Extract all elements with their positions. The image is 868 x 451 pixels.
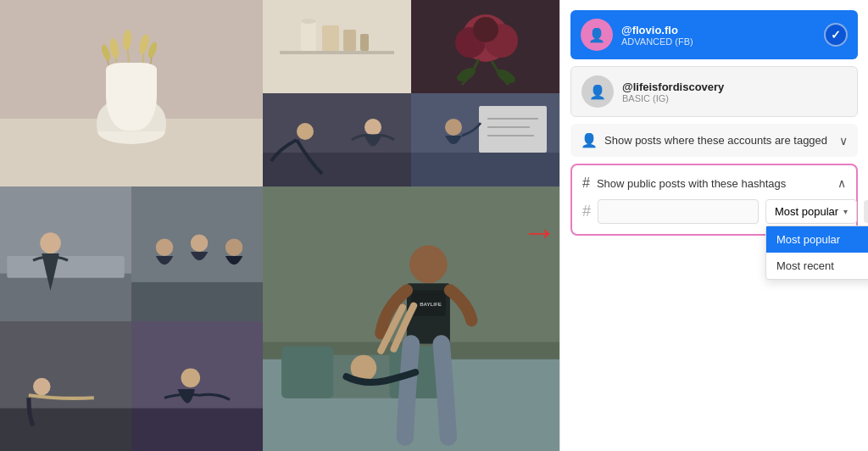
gym-photo-mid-2 [411, 93, 559, 187]
svg-point-45 [364, 119, 381, 136]
sort-dropdown-menu: Most popular Most recent [765, 226, 868, 280]
svg-rect-31 [343, 30, 356, 51]
svg-rect-33 [301, 21, 316, 51]
tagged-section-label: Show posts where these accounts are tagg… [604, 134, 827, 147]
hashtag-section-label: Show public posts with these hashtags [597, 177, 786, 190]
svg-point-59 [409, 245, 448, 283]
checkmark-flovio: ✓ [824, 23, 848, 47]
tagged-section-header[interactable]: 👤 Show posts where these accounts are ta… [570, 124, 858, 157]
svg-rect-1 [0, 119, 263, 187]
hashtag-chevron-icon[interactable]: ∧ [837, 176, 846, 190]
right-column: BAYLIFE [263, 0, 559, 451]
gym-photo-2 [131, 187, 263, 321]
svg-point-39 [473, 17, 498, 42]
svg-point-21 [225, 239, 243, 257]
arrow-indicator: → [521, 212, 557, 253]
add-button[interactable]: Add [864, 200, 868, 223]
account-handle-flovio: @flovio.flo [621, 24, 815, 36]
chevron-down-icon: ▾ [843, 207, 848, 216]
account-info-lifeisdiscovery: @lifeisfordiscovery BASIC (IG) [622, 81, 847, 103]
hashtag-icon: # [582, 175, 590, 191]
hashtag-input[interactable] [598, 199, 759, 224]
gym-photo-1 [0, 187, 131, 321]
svg-point-52 [445, 119, 462, 136]
gym-photos-left [0, 187, 263, 451]
right-panel: 👤 @flovio.flo ADVANCED (FB) ✓ 👤 @lifeisf… [559, 0, 868, 451]
top-photos [263, 0, 559, 93]
sort-current-value: Most popular [775, 205, 838, 218]
photo-vase [0, 0, 263, 187]
left-column [0, 0, 263, 451]
person-icon: 👤 [581, 132, 598, 148]
account-plan-flovio: ADVANCED (FB) [621, 36, 815, 47]
svg-point-16 [40, 232, 61, 253]
photo-shelf [263, 0, 411, 93]
gym-photo-4 [131, 321, 263, 451]
svg-rect-23 [0, 409, 131, 451]
svg-text:BAYLIFE: BAYLIFE [420, 301, 442, 307]
sort-dropdown[interactable]: Most popular ▾ Most popular Most recent [765, 199, 857, 224]
svg-point-34 [301, 19, 316, 24]
check-icon: ✓ [831, 28, 841, 42]
photo-grid: BAYLIFE → [0, 0, 559, 451]
svg-rect-47 [411, 153, 559, 187]
tagged-chevron-icon: ∨ [839, 134, 848, 148]
avatar-flovio: 👤 [581, 19, 613, 51]
svg-rect-18 [131, 282, 263, 321]
avatar-lifeisdiscovery: 👤 [581, 75, 614, 108]
mid-photos [263, 93, 559, 187]
svg-rect-48 [479, 106, 547, 153]
sort-dropdown-button[interactable]: Most popular ▾ [765, 199, 857, 224]
hashtag-section-left: # Show public posts with these hashtags [582, 175, 786, 191]
svg-point-24 [33, 378, 51, 396]
sort-option-popular[interactable]: Most popular [766, 226, 868, 253]
photo-baylife: BAYLIFE [263, 187, 559, 451]
hashtag-input-row: # Most popular ▾ Most popular Most recen… [582, 199, 846, 224]
svg-point-27 [181, 368, 201, 387]
tagged-section-left: 👤 Show posts where these accounts are ta… [581, 132, 827, 148]
svg-point-20 [191, 234, 209, 252]
svg-rect-43 [263, 153, 411, 187]
hash-symbol: # [582, 203, 591, 220]
account-card-lifeisdiscovery[interactable]: 👤 @lifeisfordiscovery BASIC (IG) [570, 66, 858, 117]
account-plan-lifeisdiscovery: BASIC (IG) [622, 93, 847, 103]
gym-photo-3 [0, 321, 131, 451]
svg-point-44 [297, 123, 314, 140]
photo-flowers [411, 0, 559, 93]
gym-photo-mid-1 [263, 93, 411, 187]
svg-rect-29 [280, 51, 394, 54]
svg-rect-14 [0, 274, 131, 321]
svg-rect-57 [281, 347, 333, 398]
svg-rect-30 [322, 25, 339, 51]
hashtag-section-header: # Show public posts with these hashtags … [582, 175, 846, 191]
svg-point-19 [156, 239, 174, 257]
account-card-flovio[interactable]: 👤 @flovio.flo ADVANCED (FB) ✓ [570, 10, 858, 59]
sort-option-recent[interactable]: Most recent [766, 253, 868, 279]
account-info-flovio: @flovio.flo ADVANCED (FB) [621, 24, 815, 47]
svg-rect-32 [360, 34, 369, 51]
svg-rect-26 [131, 409, 263, 451]
hashtag-section: # Show public posts with these hashtags … [570, 164, 858, 236]
account-handle-lifeisdiscovery: @lifeisfordiscovery [622, 81, 847, 93]
